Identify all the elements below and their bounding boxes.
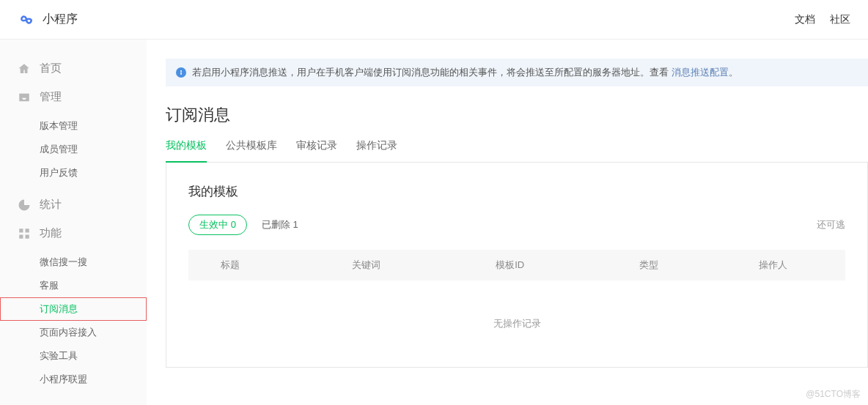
- tab-public-templates[interactable]: 公共模板库: [226, 139, 277, 162]
- sidebar-sub-version[interactable]: 版本管理: [0, 114, 147, 138]
- sidebar-label: 功能: [40, 226, 62, 240]
- header-left: 小程序: [18, 11, 78, 29]
- svg-rect-5: [180, 73, 181, 75]
- sidebar-item-manage[interactable]: 管理: [0, 83, 147, 111]
- sidebar-item-home[interactable]: 首页: [0, 54, 147, 83]
- sidebar-sub-search[interactable]: 微信搜一搜: [0, 250, 147, 274]
- mini-program-logo-icon: [18, 11, 35, 29]
- sidebar-sub-features: 微信搜一搜 客服 订阅消息 页面内容接入 实验工具 小程序联盟: [0, 248, 147, 397]
- sidebar-item-stats[interactable]: 统计: [0, 190, 147, 219]
- tab-review[interactable]: 审核记录: [296, 139, 337, 162]
- filter-deleted[interactable]: 已删除 1: [262, 218, 298, 231]
- info-banner: 若启用小程序消息推送，用户在手机客户端使用订阅消息功能的相关事件，将会推送至所配…: [166, 59, 868, 86]
- svg-rect-3: [26, 234, 29, 238]
- sidebar-sub-experiment[interactable]: 实验工具: [0, 344, 147, 368]
- svg-rect-1: [26, 228, 29, 232]
- header-link-community[interactable]: 社区: [830, 13, 850, 26]
- layout: 首页 管理 版本管理 成员管理 用户反馈 统计 功能 微信搜一搜 客服 订阅消息…: [0, 40, 868, 405]
- sidebar-sub-alliance[interactable]: 小程序联盟: [0, 368, 147, 391]
- pie-chart-icon: [18, 198, 31, 212]
- panel-title: 我的模板: [188, 183, 845, 200]
- watermark: @51CTO博客: [806, 388, 861, 401]
- col-template-id: 模板ID: [496, 259, 639, 272]
- svg-point-4: [180, 70, 182, 72]
- sidebar-sub-feedback[interactable]: 用户反馈: [0, 161, 147, 185]
- sidebar-label: 统计: [40, 198, 62, 212]
- inbox-icon: [18, 91, 31, 104]
- brand-name: 小程序: [43, 12, 78, 27]
- grid-icon: [18, 227, 31, 240]
- main: 若启用小程序消息推送，用户在手机客户端使用订阅消息功能的相关事件，将会推送至所配…: [147, 40, 868, 405]
- home-icon: [18, 62, 31, 75]
- col-title: 标题: [203, 259, 352, 272]
- table-empty: 无操作记录: [188, 280, 845, 367]
- sidebar-item-features[interactable]: 功能: [0, 219, 147, 248]
- panel: 我的模板 生效中 0 已删除 1 还可逃 标题 关键词 模板ID 类型 操作人 …: [166, 163, 868, 368]
- sidebar-label: 首页: [40, 62, 62, 75]
- banner-text: 若启用小程序消息推送，用户在手机客户端使用订阅消息功能的相关事件，将会推送至所配…: [192, 66, 738, 79]
- sidebar-sub-service[interactable]: 客服: [0, 274, 147, 297]
- sidebar-label: 管理: [40, 90, 62, 104]
- col-type: 类型: [639, 259, 759, 272]
- header-right: 文档 社区: [795, 13, 850, 26]
- sidebar: 首页 管理 版本管理 成员管理 用户反馈 统计 功能 微信搜一搜 客服 订阅消息…: [0, 40, 147, 405]
- sidebar-sub-subscribe[interactable]: 订阅消息: [0, 297, 147, 321]
- svg-rect-2: [19, 234, 23, 238]
- col-operator: 操作人: [759, 259, 831, 272]
- page-title: 订阅消息: [166, 104, 868, 126]
- filters: 生效中 0 已删除 1 还可逃: [188, 215, 845, 235]
- table-header: 标题 关键词 模板ID 类型 操作人: [188, 250, 845, 280]
- sidebar-sub-members[interactable]: 成员管理: [0, 138, 147, 161]
- sidebar-sub-manage: 版本管理 成员管理 用户反馈: [0, 111, 147, 190]
- header: 小程序 文档 社区: [0, 0, 868, 40]
- sidebar-sub-page-content[interactable]: 页面内容接入: [0, 321, 147, 344]
- col-keyword: 关键词: [352, 259, 496, 272]
- banner-link[interactable]: 消息推送配置: [672, 67, 729, 78]
- info-icon: [176, 67, 186, 78]
- tabs: 我的模板 公共模板库 审核记录 操作记录: [166, 139, 868, 163]
- tab-my-templates[interactable]: 我的模板: [166, 139, 207, 163]
- filter-right-text: 还可逃: [817, 218, 845, 231]
- svg-rect-0: [19, 228, 23, 232]
- tab-operation-log[interactable]: 操作记录: [356, 139, 397, 162]
- header-link-docs[interactable]: 文档: [795, 13, 815, 26]
- filter-active[interactable]: 生效中 0: [188, 215, 247, 235]
